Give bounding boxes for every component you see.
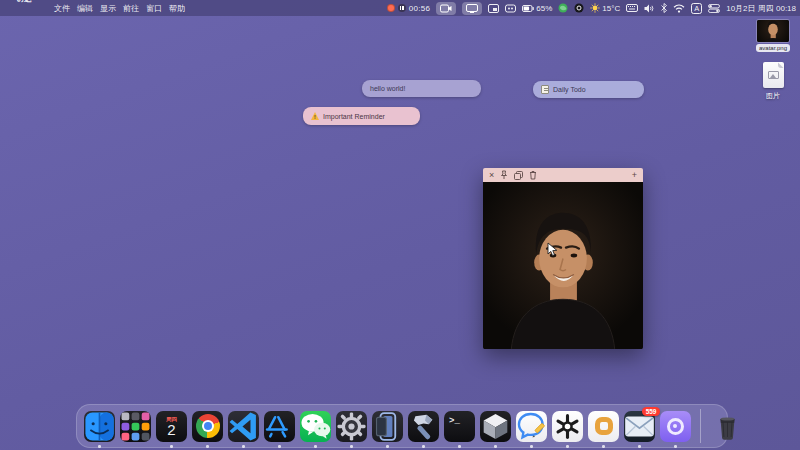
close-icon[interactable]: ×: [489, 168, 494, 182]
dock-chat-notes[interactable]: [516, 411, 547, 442]
dock-purple-ring-app[interactable]: [660, 411, 691, 442]
new-note-icon[interactable]: +: [632, 168, 637, 182]
battery-percent: 65%: [536, 4, 552, 13]
dock-gold-ring-app[interactable]: [588, 411, 619, 442]
desktop: 访达 文件 编辑 显示 前往 窗口 帮助 00:56: [0, 0, 800, 450]
note-title: Important Reminder: [323, 113, 385, 120]
menu-bar-clock[interactable]: 10月2日 周四 00:18: [726, 3, 796, 14]
memo-icon: [541, 85, 549, 94]
dock-app-store[interactable]: [264, 411, 295, 442]
sticky-note-hello-world[interactable]: hello world!: [362, 80, 481, 97]
menu-view[interactable]: 显示: [100, 3, 116, 14]
avatar-thumbnail: [757, 20, 789, 42]
record-icon[interactable]: [387, 4, 395, 12]
desktop-icon-avatar-png[interactable]: avatar.png: [748, 20, 798, 52]
mail-unread-badge: 559: [642, 407, 660, 416]
dock-finder[interactable]: [84, 411, 115, 442]
bluetooth-icon[interactable]: [661, 3, 667, 13]
desktop-icon-label: avatar.png: [756, 44, 790, 52]
delete-icon[interactable]: [529, 170, 537, 180]
note-title: Daily Todo: [553, 86, 586, 93]
menu-go[interactable]: 前往: [123, 3, 139, 14]
assistant-status-icon[interactable]: [574, 3, 584, 13]
camera-status-icon[interactable]: [436, 2, 456, 15]
input-switcher-icon[interactable]: [505, 4, 516, 13]
dock-cube-3d[interactable]: [480, 411, 511, 442]
note-title: hello world!: [370, 85, 405, 92]
weather-temp: 15°C: [602, 4, 620, 13]
dock: 周四 2: [76, 404, 728, 448]
calendar-day: 2: [167, 422, 175, 437]
dock-iphone-mirroring[interactable]: [372, 411, 403, 442]
wifi-icon[interactable]: [673, 4, 685, 13]
desktop-icon-pictures[interactable]: 图片: [752, 62, 794, 101]
menu-finder[interactable]: 访达: [16, 0, 47, 24]
weather-indicator[interactable]: 15°C: [590, 3, 620, 13]
desktop-icon-label: 图片: [766, 91, 780, 101]
note-window-titlebar[interactable]: × +: [483, 168, 643, 182]
recording-timer: 00:56: [409, 4, 431, 13]
sticky-note-important-reminder[interactable]: Important Reminder: [303, 107, 420, 125]
dock-mail[interactable]: 559: [624, 411, 655, 442]
pause-icon[interactable]: [398, 4, 406, 12]
menu-bar: 访达 文件 编辑 显示 前往 窗口 帮助 00:56: [0, 0, 800, 16]
mouse-cursor: [547, 242, 558, 261]
screen-recording-indicator[interactable]: 00:56: [387, 4, 431, 13]
menu-edit[interactable]: 编辑: [77, 3, 93, 14]
dock-calendar[interactable]: 周四 2: [156, 411, 187, 442]
dock-wechat[interactable]: [300, 411, 331, 442]
purple-ring-icon: [667, 418, 684, 435]
terminal-prompt-glyph: >_: [449, 416, 460, 426]
dock-chrome[interactable]: [192, 411, 223, 442]
dock-trash[interactable]: [712, 411, 743, 442]
chrome-icon: [196, 414, 220, 438]
control-center-icon[interactable]: [708, 4, 720, 13]
dock-terminal[interactable]: >_: [444, 411, 475, 442]
dock-divider: [700, 409, 701, 443]
input-method-indicator[interactable]: A: [691, 3, 702, 14]
note-photo-content: [483, 182, 643, 349]
menu-window[interactable]: 窗口: [146, 3, 162, 14]
volume-icon[interactable]: [644, 4, 655, 13]
keyboard-icon[interactable]: [626, 4, 638, 12]
dock-hammer-tool[interactable]: [408, 411, 439, 442]
dock-launchpad[interactable]: [120, 411, 151, 442]
warning-icon: [311, 112, 319, 120]
vpn-globe-icon[interactable]: [558, 3, 568, 13]
menu-help[interactable]: 帮助: [169, 3, 185, 14]
screen-share-status-icon[interactable]: [462, 2, 482, 15]
dock-system-settings[interactable]: [336, 411, 367, 442]
dock-vscode[interactable]: [228, 411, 259, 442]
battery-indicator[interactable]: 65%: [522, 4, 552, 13]
photo-note-window[interactable]: × +: [483, 168, 643, 349]
copy-icon[interactable]: [514, 171, 523, 180]
menu-file[interactable]: 文件: [54, 3, 70, 14]
gold-ring-icon: [595, 417, 613, 435]
sticky-note-daily-todo[interactable]: Daily Todo: [533, 81, 644, 98]
document-file-icon: [763, 62, 784, 88]
dock-chatgpt[interactable]: [552, 411, 583, 442]
window-mirror-icon[interactable]: [488, 4, 499, 13]
pin-icon[interactable]: [500, 170, 508, 180]
